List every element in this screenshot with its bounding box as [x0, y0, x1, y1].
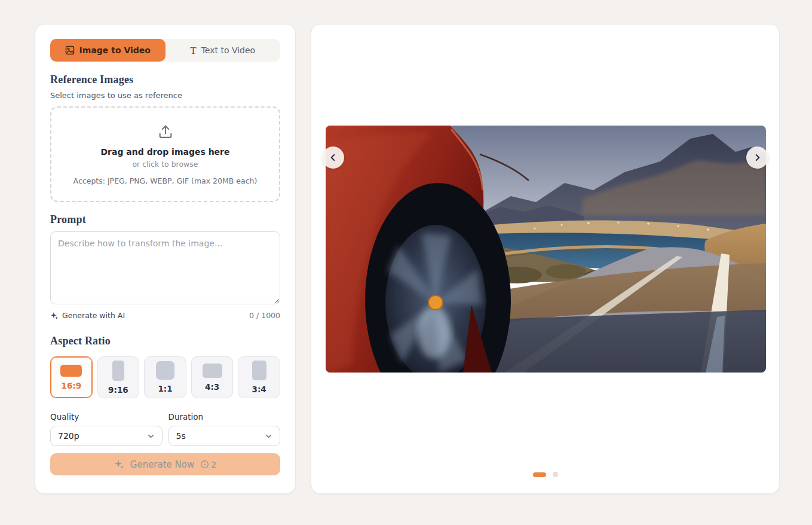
quality-label: Quality: [50, 412, 163, 422]
quality-select[interactable]: 720p: [50, 426, 163, 446]
ratio-option-3-4[interactable]: 3:4: [238, 356, 280, 398]
sparkle-icon: [50, 312, 59, 320]
ratio-shape-4-3: [203, 364, 222, 378]
duration-label: Duration: [168, 412, 281, 422]
char-counter: 0 / 1000: [249, 311, 280, 320]
pagination-dot-1[interactable]: [533, 472, 546, 477]
prompt-title: Prompt: [50, 213, 280, 226]
generator-panel: Image to Video T Text to Video Reference…: [35, 24, 296, 494]
dropzone-accepts: Accepts: JPEG, PNG, WEBP, GIF (max 20MB …: [73, 176, 258, 185]
dropzone-line2: or click to browse: [132, 160, 198, 169]
chevron-left-icon: [329, 153, 338, 162]
ratio-shape-3-4: [252, 361, 266, 380]
prompt-meta: Generate with AI 0 / 1000: [50, 311, 280, 320]
credit-coin-icon: [200, 460, 209, 469]
ratio-shape-1-1: [156, 361, 174, 380]
generate-now-button[interactable]: Generate Now 2: [50, 453, 280, 475]
image-icon: [65, 45, 75, 55]
carousel-pagination: [311, 472, 779, 477]
credit-count: 2: [211, 460, 216, 469]
image-dropzone[interactable]: Drag and drop images here or click to br…: [50, 106, 280, 202]
generate-now-label: Generate Now: [130, 459, 195, 470]
duration-value: 5s: [176, 431, 186, 441]
preview-panel: [311, 24, 780, 494]
duration-select[interactable]: 5s: [168, 426, 281, 446]
tab-label: Text to Video: [201, 45, 256, 55]
ratio-shape-16-9: [60, 365, 82, 377]
ratio-option-4-3[interactable]: 4:3: [191, 356, 234, 398]
carousel-slide-image: [326, 126, 766, 373]
ratio-option-9-16[interactable]: 9:16: [97, 356, 140, 398]
chevron-right-icon: [753, 153, 762, 162]
sparkle-icon: [114, 459, 124, 469]
ratio-option-16-9[interactable]: 16:9: [50, 356, 93, 398]
pagination-dot-2[interactable]: [553, 472, 558, 477]
aspect-ratio-options: 16:9 9:16 1:1 4:3 3:4: [50, 356, 280, 398]
chevron-down-icon: [265, 432, 272, 440]
chevron-down-icon: [147, 432, 155, 440]
reference-images-title: Reference Images: [50, 74, 280, 86]
credit-cost: 2: [200, 460, 216, 469]
settings-row: Quality 720p Duration 5s: [50, 412, 280, 446]
carousel-prev-button[interactable]: [322, 146, 344, 169]
upload-icon: [157, 123, 174, 140]
generate-with-ai-button[interactable]: Generate with AI: [50, 311, 125, 320]
carousel-next-button[interactable]: [746, 146, 768, 169]
quality-value: 720p: [58, 431, 79, 441]
tab-image-to-video[interactable]: Image to Video: [50, 39, 166, 62]
text-icon: T: [190, 45, 196, 56]
tab-text-to-video[interactable]: T Text to Video: [166, 39, 281, 62]
dropzone-line1: Drag and drop images here: [100, 147, 229, 157]
reference-images-subtitle: Select images to use as reference: [50, 91, 280, 100]
ratio-option-1-1[interactable]: 1:1: [144, 356, 186, 398]
generate-with-ai-label: Generate with AI: [62, 311, 125, 320]
mode-tabs: Image to Video T Text to Video: [50, 39, 280, 62]
tab-label: Image to Video: [79, 45, 151, 55]
ratio-shape-9-16: [112, 361, 124, 381]
coastal-road-car-scene: [326, 126, 766, 373]
aspect-ratio-title: Aspect Ratio: [50, 335, 280, 347]
prompt-input[interactable]: [50, 231, 280, 304]
